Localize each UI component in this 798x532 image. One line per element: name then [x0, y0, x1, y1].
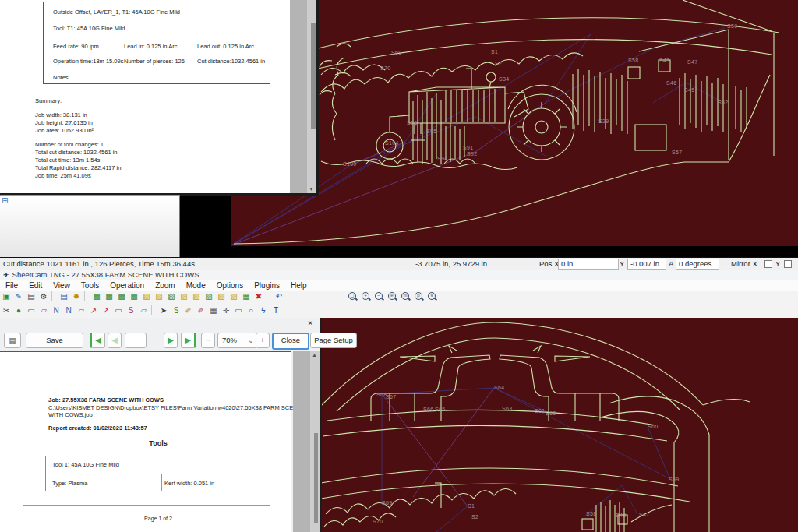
- toolbar-separator: [151, 305, 156, 315]
- zoom-level-select[interactable]: 70%⌄: [217, 333, 257, 348]
- mirror-x-checkbox[interactable]: [764, 260, 772, 268]
- move-start-icon[interactable]: ↗: [88, 305, 99, 315]
- cut-icon[interactable]: ✂: [1, 305, 12, 315]
- draw-icon[interactable]: ✐: [183, 305, 194, 315]
- circle-icon[interactable]: ○: [245, 305, 256, 315]
- parts-grid-icon[interactable]: ⊞: [2, 197, 8, 205]
- report-window-bottom: ✕ ▤ Save ◀ ◀ ▶ ▶ − 70%⌄ + Close Page Set…: [0, 318, 322, 532]
- zoom-in-icon[interactable]: +: [361, 291, 371, 301]
- snap-grid-icon[interactable]: ▦: [208, 305, 219, 315]
- page-setup-button[interactable]: Page Setup: [310, 333, 357, 348]
- scroll-down-icon[interactable]: ▼: [309, 186, 314, 192]
- menu-item[interactable]: Zoom: [150, 280, 181, 291]
- close-icon[interactable]: ✕: [307, 319, 313, 327]
- import-part-icon[interactable]: ▩: [91, 291, 102, 301]
- part-op-icon[interactable]: ▧: [166, 291, 177, 301]
- report-scrollbar-top[interactable]: ▼: [307, 0, 316, 193]
- toolbar-separator: [51, 291, 56, 301]
- menu-item[interactable]: Mode: [181, 280, 211, 291]
- menu-item[interactable]: Plugins: [249, 280, 285, 291]
- reverse-path-icon[interactable]: ↗: [101, 305, 111, 315]
- title-bar[interactable]: ✈SheetCam TNG - 27.55X38 FARM SCENE WITH…: [0, 269, 798, 281]
- pos-y-field[interactable]: -0.007 in: [627, 259, 666, 270]
- mirror-y-checkbox[interactable]: [784, 260, 792, 268]
- zoom-extents-icon[interactable]: e: [387, 291, 397, 301]
- sphere-icon[interactable]: ●: [13, 305, 24, 315]
- close-contour-icon[interactable]: ▱: [138, 305, 149, 315]
- save-button[interactable]: Save: [26, 333, 83, 348]
- zoom-out-icon[interactable]: −: [374, 291, 384, 301]
- part-op-icon[interactable]: ▧: [178, 291, 189, 301]
- parts-panel[interactable]: ⊞: [0, 195, 180, 258]
- path-icon[interactable]: N: [51, 305, 62, 315]
- part-op-icon[interactable]: ▧: [141, 291, 152, 301]
- undo-icon[interactable]: ↶: [274, 291, 284, 301]
- cad-entity-label: S43: [616, 513, 626, 518]
- zoom-selection-icon[interactable]: s: [427, 291, 437, 301]
- user-icon[interactable]: ✹: [71, 291, 82, 301]
- lead-out: Lead out: 0.125 in Arc: [197, 43, 254, 50]
- printer-icon[interactable]: ▤: [26, 291, 37, 301]
- first-page-button[interactable]: ◀: [90, 333, 105, 348]
- delete-icon[interactable]: ✖: [253, 291, 264, 301]
- move-icon[interactable]: ✛: [221, 305, 231, 315]
- part-icon[interactable]: ▩: [104, 291, 115, 301]
- last-page-button[interactable]: ▶: [181, 333, 196, 348]
- zoom-material-icon[interactable]: m: [401, 291, 411, 301]
- spline-icon[interactable]: S: [125, 305, 136, 315]
- part-op-icon[interactable]: ▧: [191, 291, 202, 301]
- menu-item[interactable]: View: [48, 280, 76, 291]
- menu-item[interactable]: Operation: [104, 280, 150, 291]
- part-icon[interactable]: ▩: [116, 291, 127, 301]
- cad-viewport-bottom[interactable]: S68S67S64S66S65S63S61S62S60S59S69S70S1S2…: [320, 318, 798, 532]
- simulate-icon[interactable]: ϟ: [258, 305, 269, 315]
- part-op-icon[interactable]: ▧: [228, 291, 239, 301]
- pos-x-field[interactable]: 0 in: [558, 259, 619, 270]
- angle-label: A: [669, 259, 673, 268]
- menu-item[interactable]: Edit: [23, 280, 48, 291]
- scroll-up-icon[interactable]: ▲: [312, 352, 317, 358]
- screen-icon[interactable]: ▭: [233, 305, 244, 315]
- select-icon[interactable]: ➤: [158, 305, 169, 315]
- nest-icon[interactable]: ▦: [241, 291, 252, 301]
- prev-page-button[interactable]: ◀: [108, 333, 122, 348]
- pos-x-label: Pos X: [539, 259, 559, 268]
- menu-item[interactable]: Tools: [76, 280, 104, 291]
- cad-entity-label: S58: [628, 58, 638, 63]
- menu-item[interactable]: File: [0, 280, 23, 291]
- edit-contour-icon[interactable]: ▭: [113, 305, 124, 315]
- select-start-icon[interactable]: S: [171, 305, 182, 315]
- close-button[interactable]: Close: [272, 333, 309, 350]
- part-icon[interactable]: ▩: [129, 291, 139, 301]
- cad-entity-label: S60: [648, 424, 658, 429]
- zoom-out-button[interactable]: −: [201, 333, 215, 348]
- machine-icon[interactable]: ⚙: [38, 291, 49, 301]
- menu-item[interactable]: Help: [285, 280, 312, 291]
- cad-entity-label: S47: [639, 512, 649, 517]
- draw-path-icon[interactable]: ✐: [196, 305, 207, 315]
- zoom-in-button[interactable]: +: [256, 333, 270, 348]
- new-job-icon[interactable]: ▣: [1, 291, 12, 301]
- zoom-part-icon[interactable]: p: [414, 291, 424, 301]
- menu-item[interactable]: Options: [211, 280, 249, 291]
- part-op-icon[interactable]: ▧: [154, 291, 164, 301]
- text-icon[interactable]: T: [270, 305, 281, 315]
- path-icon[interactable]: N: [63, 305, 74, 315]
- angle-field[interactable]: 0 degrees: [676, 259, 719, 270]
- edit-job-icon[interactable]: ✎: [13, 291, 24, 301]
- notes-icon[interactable]: ▤: [58, 291, 69, 301]
- zoom-window-icon[interactable]: ◻: [348, 291, 358, 301]
- part-op-icon[interactable]: ▧: [203, 291, 214, 301]
- cad-entity-label: S91: [463, 145, 473, 150]
- window-icon[interactable]: ▭: [26, 305, 37, 315]
- contour-icon[interactable]: ▱: [38, 305, 49, 315]
- report-scrollbar-bottom[interactable]: ▲: [310, 351, 320, 532]
- cad-entity-label: S94: [437, 156, 447, 161]
- notes-label: Notes:: [53, 74, 70, 81]
- cad-entity-label: S100: [343, 161, 357, 167]
- next-page-button[interactable]: ▶: [164, 333, 178, 348]
- print-button[interactable]: ▤: [4, 333, 21, 348]
- page-number-field[interactable]: [125, 333, 147, 348]
- part-op-icon[interactable]: ▧: [216, 291, 227, 301]
- start-point-icon[interactable]: ▱: [76, 305, 87, 315]
